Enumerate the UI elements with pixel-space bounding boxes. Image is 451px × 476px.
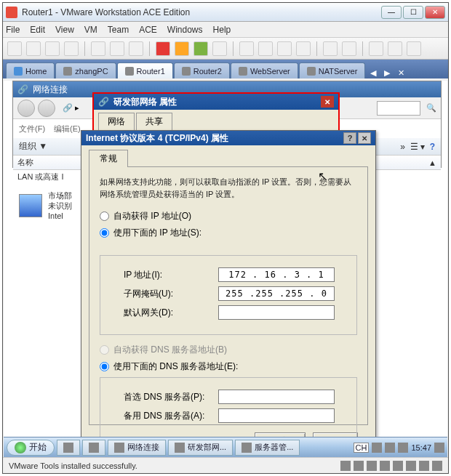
tab-next-icon[interactable]: ▶ [381, 67, 393, 78]
help-icon[interactable]: ? [343, 132, 356, 144]
radio-use-dns[interactable]: 使用下面的 DNS 服务器地址(E): [100, 360, 357, 373]
tab-general[interactable]: 常规 [89, 150, 128, 167]
tab-prev-icon[interactable]: ◀ [367, 67, 379, 78]
tab-router1[interactable]: Router1 [117, 62, 173, 78]
tb-view3-icon[interactable] [407, 41, 421, 56]
pause-icon[interactable] [175, 41, 189, 56]
show-desktop-icon[interactable] [434, 443, 444, 453]
tb-unity-icon[interactable] [342, 41, 356, 56]
volume-icon[interactable] [398, 443, 408, 453]
menu-view[interactable]: View [55, 25, 74, 35]
maximize-button[interactable]: ☐ [403, 6, 423, 19]
ipv4-properties-dialog[interactable]: Internet 协议版本 4 (TCP/IPv4) 属性 ? ✕ 常规 如果网… [81, 130, 376, 443]
close-button[interactable]: ✕ [425, 6, 445, 19]
device-icon[interactable] [432, 461, 442, 471]
netprop-titlebar[interactable]: 🔗 研发部网络 属性 ✕ [94, 94, 338, 110]
close-icon[interactable]: ✕ [358, 132, 371, 144]
menu-file[interactable]: File [6, 25, 20, 35]
back-button[interactable] [17, 100, 35, 117]
device-icon[interactable] [367, 461, 377, 471]
subnet-mask-input[interactable]: 255 .255 .255 . 0 [218, 286, 335, 301]
tb-ctrl-icon[interactable] [64, 41, 79, 56]
play-icon[interactable] [193, 41, 208, 56]
taskbar-item[interactable]: 服务器管... [235, 440, 300, 456]
tb-misc2-icon[interactable] [258, 41, 273, 56]
menu-team[interactable]: Team [108, 25, 129, 35]
radio-input[interactable] [100, 228, 109, 238]
chevron-icon[interactable]: » [400, 142, 405, 152]
tb-view1-icon[interactable] [369, 41, 383, 56]
device-icon[interactable] [380, 461, 390, 471]
col-name[interactable]: 名称 [17, 157, 33, 168]
tab-sharing[interactable]: 共享 [136, 113, 172, 130]
file-menu[interactable]: 文件(F) [19, 124, 45, 134]
device-icon[interactable] [393, 461, 403, 471]
radio-input[interactable] [100, 362, 109, 371]
forward-button[interactable] [38, 100, 55, 117]
tab-natserver[interactable]: NATServer [299, 62, 366, 78]
radio-use-ip[interactable]: 使用下面的 IP 地址(S): [100, 227, 357, 239]
tb-manage-icon[interactable] [129, 41, 143, 56]
tb-misc3-icon[interactable] [277, 41, 292, 56]
device-icon[interactable] [419, 461, 429, 471]
device-icon[interactable] [340, 461, 351, 471]
breadcrumb-icon[interactable]: 🔗 ▸ [63, 103, 79, 113]
vmware-toolbar [3, 38, 448, 60]
tb-suspend-icon[interactable] [26, 41, 41, 56]
tray-icon[interactable] [385, 443, 395, 453]
menu-windows[interactable]: Windows [167, 25, 203, 35]
organize-button[interactable]: 组织 ▼ [19, 140, 47, 153]
stop-icon[interactable] [156, 41, 170, 56]
dns1-input[interactable] [218, 390, 335, 404]
tb-reset-icon[interactable] [45, 41, 60, 56]
network-properties-dialog[interactable]: 🔗 研发部网络 属性 ✕ 网络 共享 [92, 92, 340, 136]
start-button[interactable]: 开始 [7, 440, 55, 456]
ipv4-titlebar[interactable]: Internet 协议版本 4 (TCP/IPv4) 属性 ? ✕ [81, 131, 375, 145]
gateway-input[interactable] [218, 305, 335, 320]
scroll-up-icon[interactable]: ▲ [428, 158, 436, 167]
lang-indicator[interactable]: CH [354, 443, 370, 453]
tab-home[interactable]: Home [6, 62, 55, 78]
tb-step-icon[interactable] [212, 41, 227, 56]
tb-revert-icon[interactable] [110, 41, 124, 56]
taskbar-item[interactable]: 研发部网... [168, 440, 233, 456]
tb-misc4-icon[interactable] [296, 41, 311, 56]
tab-router2[interactable]: Router2 [174, 62, 230, 78]
status-text: VMware Tools installed successfully. [9, 461, 137, 470]
tb-view2-icon[interactable] [388, 41, 402, 56]
clock[interactable]: 15:47 [411, 443, 431, 452]
quicklaunch-item[interactable] [57, 440, 80, 456]
app-icon [63, 443, 73, 453]
vmware-titlebar[interactable]: Router1 - VMware Workstation ACE Edition… [3, 3, 448, 22]
tab-network[interactable]: 网络 [98, 113, 135, 130]
taskbar-item[interactable]: 网络连接 [108, 440, 166, 456]
view-icon[interactable]: ☰ ▾ [410, 142, 425, 152]
ip-address-input[interactable]: 172 . 16 . 3 . 1 [218, 267, 335, 282]
menu-edit[interactable]: Edit [30, 25, 45, 35]
quicklaunch-item[interactable] [82, 440, 105, 456]
menu-ace[interactable]: ACE [139, 25, 157, 35]
device-icon[interactable] [354, 461, 364, 471]
tab-zhangpc[interactable]: zhangPC [55, 62, 116, 78]
tab-close-icon[interactable]: ✕ [395, 67, 407, 78]
menu-vm[interactable]: VM [84, 25, 97, 35]
search-icon[interactable]: 🔍 [426, 103, 436, 113]
radio-auto-ip[interactable]: 自动获得 IP 地址(O) [100, 210, 357, 222]
tb-snapshot-icon[interactable] [91, 41, 105, 56]
close-icon[interactable]: ✕ [321, 96, 334, 108]
radio-input[interactable] [100, 211, 109, 221]
tb-fullscreen-icon[interactable] [323, 41, 338, 56]
tab-webserver[interactable]: WebServer [231, 62, 298, 78]
search-input[interactable] [377, 101, 420, 116]
tb-misc1-icon[interactable] [239, 41, 254, 56]
tray-icon[interactable] [372, 443, 382, 453]
edit-menu[interactable]: 编辑(E) [54, 124, 81, 134]
menu-help[interactable]: Help [213, 25, 231, 35]
device-icon[interactable] [406, 461, 416, 471]
minimize-button[interactable]: — [381, 6, 402, 19]
tb-power-icon[interactable] [7, 41, 22, 56]
help-icon[interactable]: ? [430, 142, 435, 152]
dns2-input[interactable] [218, 408, 335, 423]
system-tray[interactable]: CH 15:47 [354, 443, 444, 453]
vmware-menubar: File Edit View VM Team ACE Windows Help [3, 22, 448, 38]
